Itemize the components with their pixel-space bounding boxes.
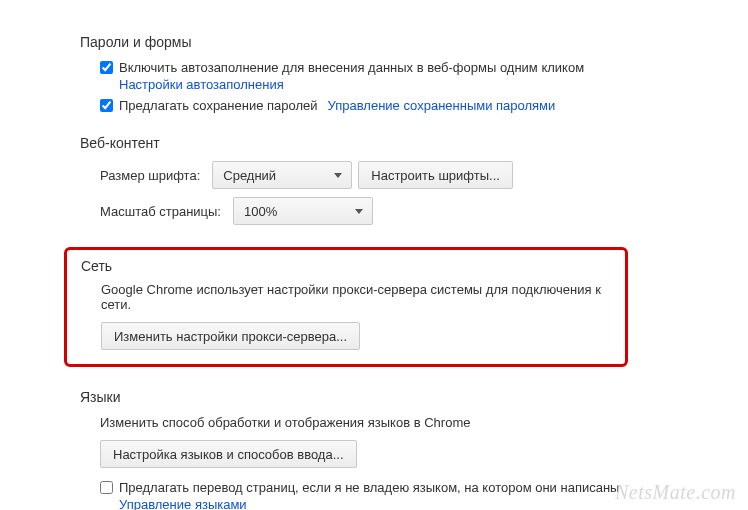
section-title-web-content: Веб-контент [80, 135, 748, 151]
languages-description: Изменить способ обработки и отображения … [100, 415, 748, 430]
section-web-content: Веб-контент Размер шрифта: Средний Настр… [80, 135, 748, 225]
watermark: NetsMate.com [615, 481, 736, 504]
autofill-settings-link[interactable]: Настройки автозаполнения [119, 77, 584, 92]
proxy-settings-button[interactable]: Изменить настройки прокси-сервера... [101, 322, 360, 350]
autofill-label: Включить автозаполнение для внесения дан… [119, 60, 584, 75]
section-network: Сеть Google Chrome использует настройки … [80, 247, 748, 367]
save-passwords-checkbox[interactable] [100, 99, 113, 112]
section-passwords-forms: Пароли и формы Включить автозаполнение д… [80, 34, 748, 113]
network-highlight-box: Сеть Google Chrome использует настройки … [64, 247, 628, 367]
page-zoom-label: Масштаб страницы: [100, 204, 221, 219]
language-settings-button[interactable]: Настройка языков и способов ввода... [100, 440, 357, 468]
save-passwords-label: Предлагать сохранение паролей [119, 98, 318, 113]
font-size-value: Средний [223, 168, 276, 183]
page-zoom-value: 100% [244, 204, 277, 219]
network-description: Google Chrome использует настройки прокс… [101, 282, 611, 312]
section-title-passwords: Пароли и формы [80, 34, 748, 50]
font-size-select[interactable]: Средний [212, 161, 352, 189]
translate-checkbox[interactable] [100, 481, 113, 494]
page-zoom-select[interactable]: 100% [233, 197, 373, 225]
manage-passwords-link[interactable]: Управление сохраненными паролями [328, 98, 556, 113]
section-title-network: Сеть [81, 258, 611, 274]
section-title-languages: Языки [80, 389, 748, 405]
translate-label: Предлагать перевод страниц, если я не вл… [119, 480, 619, 495]
font-size-label: Размер шрифта: [100, 168, 200, 183]
customize-fonts-button[interactable]: Настроить шрифты... [358, 161, 513, 189]
manage-languages-link[interactable]: Управление языками [119, 497, 619, 510]
autofill-checkbox[interactable] [100, 61, 113, 74]
